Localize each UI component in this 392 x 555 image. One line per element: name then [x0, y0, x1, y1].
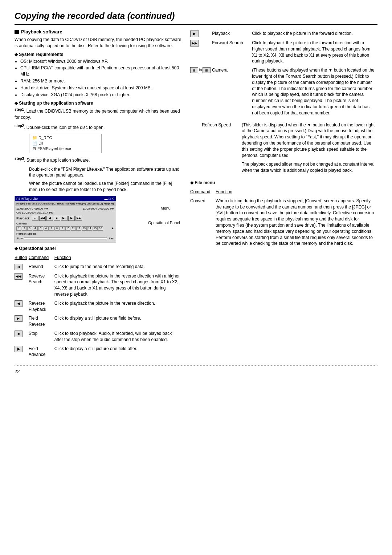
op-cmd-cell: Reverse Search — [29, 272, 54, 299]
step3-label: step3 — [15, 157, 24, 161]
op-fn-cell: Click to display a still picture one fie… — [54, 344, 181, 360]
file-box-item: 📄 Dil — [32, 141, 98, 146]
file-menu-header-row: Command Function — [190, 187, 377, 197]
step3-row: step3. Start up the application software… — [15, 156, 181, 163]
cam-btn[interactable]: 16 — [98, 226, 103, 231]
playback-software-intro: When copying the data to CD/DVD or USB m… — [15, 37, 181, 49]
op-fn-cell: Click to playback the picture in the rev… — [54, 272, 181, 299]
ctrl-btn-rewind[interactable]: ⏮ — [32, 216, 38, 221]
play-name-cell: Camera — [212, 66, 252, 117]
list-item: Display device: XGA (1024 pixels X 768 p… — [20, 92, 181, 98]
cam-btn[interactable]: 14 — [87, 226, 92, 231]
step1-label: step1 — [15, 108, 24, 112]
list-item: RAM: 256 MB or more. — [20, 78, 181, 84]
field-advance-icon-btn[interactable]: |▶ — [15, 346, 23, 352]
play-name-cell: Playback — [212, 29, 252, 39]
op-cmd-cell: Reverse Playback — [29, 299, 54, 314]
ctrl-btn-field-rev[interactable]: ▶| — [61, 216, 68, 221]
cam-btn[interactable]: 5 — [38, 226, 43, 231]
table-row: ■ Stop Click to stop playback. Audio, if… — [15, 329, 181, 344]
operational-panel-header: Operational panel — [15, 246, 181, 251]
cam-btn[interactable]: 7 — [49, 226, 54, 231]
fwd-search-btn[interactable]: ▶▶ — [190, 40, 199, 46]
file-menu-table: Command Function Convert When clicking d… — [190, 187, 377, 248]
op-cmd-cell: Field Advance — [29, 344, 54, 360]
page-separator — [15, 365, 377, 366]
cam-small-icon2: ▦ — [203, 67, 211, 73]
play-name-cell: Forward Search — [212, 39, 252, 66]
to-label: to — [199, 68, 202, 73]
field-reverse-icon-btn[interactable]: ▶| — [15, 315, 23, 322]
op-icon-cell: ▶| — [15, 314, 29, 329]
play-desc-cell: Click to playback the picture in the for… — [252, 39, 377, 66]
step2-row: step2. Double-click the icon of the disc… — [15, 123, 181, 131]
ctrl-btn-play[interactable]: ▶ — [68, 216, 75, 221]
op-fn-cell: Click to display a still picture one fie… — [54, 314, 181, 329]
system-requirements-header: System requirements — [15, 52, 181, 57]
fsm-titlebar: FSMPlayerLite ▬ □ ✕ — [15, 196, 116, 201]
step3-period: . — [24, 158, 25, 163]
step3-sub1: Double-click the "FSM Player Lite.exe." … — [29, 166, 181, 193]
operational-panel-label: Operational Panel — [148, 220, 180, 225]
reverse-search-icon-btn[interactable]: ◀◀ — [15, 273, 23, 280]
refresh-desc-cell: (This slider is displayed when the ▼ but… — [242, 121, 377, 177]
cam-btn[interactable]: 8 — [54, 226, 60, 231]
scroll-up-icon[interactable]: ▲ — [111, 226, 114, 231]
fsm-menu: File(F) Search(S) Operation(O) Book-mark… — [15, 201, 116, 206]
cam-btn[interactable]: 12 — [76, 226, 81, 231]
playback-software-header: Playback software — [15, 29, 181, 35]
file-fn-header: Function — [216, 187, 377, 197]
cam-btn[interactable]: 15 — [93, 226, 98, 231]
cam-btn[interactable]: 10 — [65, 226, 70, 231]
cam-btn[interactable]: 2 — [22, 226, 27, 231]
ctrl-btn-rev[interactable]: ◀ — [46, 216, 53, 221]
cam-btn[interactable]: 11 — [71, 226, 76, 231]
play-table: ▶ Playback Click to playback the picture… — [190, 29, 377, 118]
play-icon-cell: ▦ to ▦ — [190, 66, 212, 117]
black-square-icon — [15, 30, 19, 34]
list-item: OS: Microsoft Windows 2000 or Windows XP… — [20, 58, 181, 65]
table-row: ▶▶ Forward Search Click to playback the … — [190, 39, 377, 66]
op-fn-cell: Click to playback the picture in the rev… — [54, 299, 181, 314]
stop-icon-btn[interactable]: ■ — [15, 331, 23, 337]
page-number: 22 — [15, 369, 377, 374]
step3-text: Start up the application software. — [26, 158, 90, 163]
cam-btn[interactable]: 6 — [44, 226, 49, 231]
step2-label: step2 — [15, 124, 24, 128]
ctrl-btn-stop[interactable]: ■ — [54, 216, 60, 221]
refresh-speed-table: Refresh Speed (This slider is displayed … — [190, 121, 377, 177]
step1-row: step1. Load the CD/DVD/USB memory to the… — [15, 107, 181, 121]
refresh-row: Refresh Speed — [15, 231, 116, 236]
play-icon-cell: ▶ — [190, 29, 212, 39]
rewind-icon-btn[interactable]: ⏮ — [15, 264, 23, 270]
step2-text: Double-click the icon of the disc to ope… — [26, 125, 105, 130]
playback-btn[interactable]: ▶ — [190, 31, 199, 37]
table-row: ▶ Playback Click to playback the picture… — [190, 29, 377, 39]
cam-btn[interactable]: 9 — [60, 226, 65, 231]
file-box-item: 🖹 FSMPlayerLite.exe — [32, 146, 98, 151]
op-cmd-cell: Stop — [29, 329, 54, 344]
right-column: ▶ Playback Click to playback the picture… — [190, 29, 377, 359]
table-row: ▦ to ▦ Camera (These buttons are display… — [190, 66, 377, 117]
page-title: Copying the recorded data (continued) — [15, 11, 377, 25]
fsm-screenshot-wrapper: FSMPlayerLite ▬ □ ✕ File(F) Search(S) Op… — [15, 196, 145, 243]
file-box: 📁 D_REC 📄 Dil 🖹 FSMPlayerLite.exe — [29, 134, 102, 153]
table-row: ▶| Field Reverse Click to display a stil… — [15, 314, 181, 329]
cam-btn[interactable]: 4 — [33, 226, 38, 231]
file-menu-header: File menu — [190, 180, 377, 185]
starting-header: Starting up the application software — [15, 101, 181, 106]
refresh-icon-cell — [190, 121, 202, 177]
cam-btn[interactable]: 3 — [27, 226, 32, 231]
ctrl-btn-fwd[interactable]: ▶▶ — [75, 216, 82, 221]
camera-label: Camera — [15, 222, 116, 226]
menu-label: Menu — [160, 206, 171, 210]
ctrl-btn-rev-search[interactable]: ◀◀ — [39, 216, 46, 221]
refresh-slider[interactable] — [24, 237, 107, 239]
cam-btn[interactable]: 1 — [16, 226, 21, 231]
cam-btn[interactable]: 13 — [82, 226, 87, 231]
list-item: CPU: IBM PC/AT compatible with an Intel … — [20, 65, 181, 77]
col-command-header: Command — [29, 253, 54, 262]
op-cmd-cell: Field Reverse — [29, 314, 54, 329]
reverse-play-icon-btn[interactable]: ◀ — [15, 300, 23, 307]
op-fn-cell: Click to stop playback. Audio, if record… — [54, 329, 181, 344]
